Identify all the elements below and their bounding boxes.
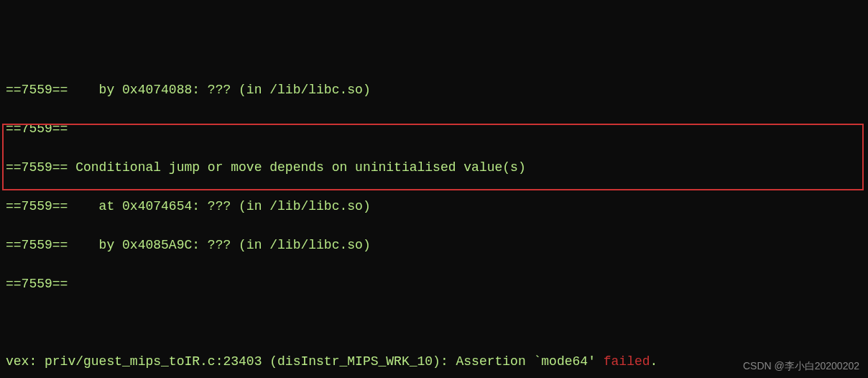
terminal-line: ==7559== — [6, 275, 862, 294]
terminal-line: ==7559== — [6, 119, 862, 139]
assertion-suffix: . — [650, 354, 658, 369]
terminal-line-blank — [6, 313, 862, 333]
terminal-line: ==7559== at 0x4074654: ??? (in /lib/libc… — [6, 197, 862, 216]
failed-text: failed — [604, 354, 650, 369]
csdn-watermark: CSDN @李小白20200202 — [743, 359, 859, 374]
terminal-line: ==7559== by 0x4074088: ??? (in /lib/libc… — [6, 80, 862, 100]
terminal-line: ==7559== by 0x4085A9C: ??? (in /lib/libc… — [6, 236, 862, 255]
terminal-line: ==7559== Conditional jump or move depend… — [6, 158, 862, 178]
assertion-text: vex: priv/guest_mips_toIR.c:23403 (disIn… — [6, 354, 604, 369]
vex-assertion-line: vex: priv/guest_mips_toIR.c:23403 (disIn… — [6, 352, 862, 372]
